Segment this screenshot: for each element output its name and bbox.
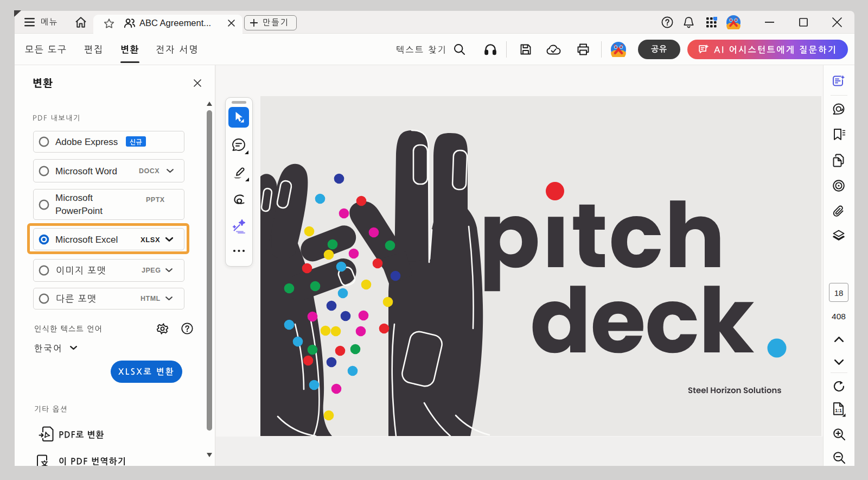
svg-text:1:1: 1:1 — [835, 408, 842, 413]
